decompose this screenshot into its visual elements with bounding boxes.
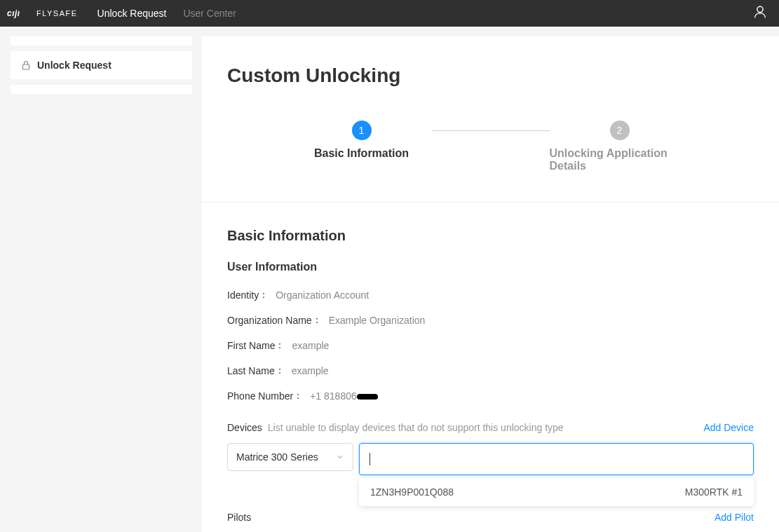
info-label: Identity — [227, 289, 259, 301]
device-dropdown: 1ZN3H9P001Q088 M300RTK #1 — [359, 478, 754, 506]
device-serial-input[interactable] — [359, 443, 754, 475]
logo-sub: FLYSAFE — [36, 9, 78, 18]
add-pilot-link[interactable]: Add Pilot — [714, 512, 754, 523]
chevron-down-icon — [336, 453, 344, 461]
device-dropdown-item[interactable]: 1ZN3H9P001Q088 M300RTK #1 — [359, 478, 754, 506]
dji-logo-icon: cıjı — [7, 8, 32, 19]
devices-header-left: Devices List unable to display devices t… — [227, 422, 564, 433]
top-header: cıjı FLYSAFE Unlock Request User Center — [0, 0, 779, 27]
colon: ： — [275, 339, 285, 352]
svg-rect-2 — [23, 64, 29, 69]
sidebar: Unlock Request — [0, 36, 192, 532]
logo[interactable]: cıjı FLYSAFE — [7, 8, 78, 19]
step-2: 2 Unlocking Application Details — [550, 121, 690, 172]
colon: ： — [275, 364, 285, 377]
step-1: 1 Basic Information — [292, 121, 432, 160]
colon: ： — [312, 314, 322, 327]
phone-mask — [357, 394, 378, 400]
nav-user-center[interactable]: User Center — [183, 8, 236, 19]
info-label: Last Name — [227, 365, 275, 376]
device-series-value: Matrice 300 Series — [236, 451, 318, 463]
devices-hint: List unable to display devices that do n… — [268, 422, 564, 433]
svg-point-1 — [757, 6, 763, 12]
info-row-org-name: Organization Name ： Example Organization — [227, 314, 754, 327]
nav-links: Unlock Request User Center — [97, 8, 236, 19]
pilots-label: Pilots — [227, 512, 251, 523]
info-value: Example Organization — [329, 315, 426, 326]
device-series-select[interactable]: Matrice 300 Series — [227, 443, 353, 471]
info-label: Phone Number — [227, 390, 293, 402]
svg-text:cıjı: cıjı — [7, 8, 20, 18]
info-value: example — [292, 340, 329, 351]
lock-icon — [22, 60, 30, 70]
info-label: Organization Name — [227, 315, 312, 326]
main-content: Custom Unlocking 1 Basic Information 2 U… — [202, 36, 779, 532]
info-value: example — [292, 365, 329, 376]
step-1-label: Basic Information — [314, 147, 409, 160]
sidebar-item-unlock-request[interactable]: Unlock Request — [11, 51, 192, 79]
pilots-header-left: Pilots — [227, 512, 251, 523]
step-1-circle: 1 — [352, 121, 372, 140]
info-value: Organization Account — [276, 289, 369, 301]
pilots-header: Pilots Add Pilot — [227, 512, 754, 523]
colon: ： — [293, 390, 303, 402]
colon: ： — [259, 289, 269, 301]
info-row-last-name: Last Name ： example — [227, 364, 754, 377]
text-cursor — [370, 453, 370, 465]
stepper: 1 Basic Information 2 Unlocking Applicat… — [227, 121, 754, 172]
nav-unlock-request[interactable]: Unlock Request — [97, 8, 167, 19]
phone-prefix: +1 818806 — [310, 390, 357, 402]
section-title: Basic Information — [227, 228, 754, 244]
pilots-section: Pilots Add Pilot — [227, 512, 754, 532]
info-value: +1 818806 — [310, 390, 378, 402]
device-model: M300RTK #1 — [685, 486, 743, 498]
user-info-title: User Information — [227, 261, 754, 273]
page-title: Custom Unlocking — [227, 64, 754, 87]
step-2-circle: 2 — [610, 121, 630, 140]
step-line — [432, 130, 550, 131]
devices-label: Devices — [227, 422, 262, 433]
body-container: Unlock Request Custom Unlocking 1 Basic … — [0, 27, 779, 532]
sidebar-block-top — [11, 36, 192, 46]
step-2-label: Unlocking Application Details — [550, 147, 690, 172]
info-row-first-name: First Name ： example — [227, 339, 754, 352]
info-row-identity: Identity ： Organization Account — [227, 289, 754, 301]
add-device-link[interactable]: Add Device — [703, 422, 754, 433]
device-serial: 1ZN3H9P001Q088 — [370, 486, 454, 498]
info-row-phone: Phone Number ： +1 818806 — [227, 390, 754, 402]
devices-row: Matrice 300 Series 1ZN3H9P001Q088 M300RT… — [227, 443, 754, 475]
info-label: First Name — [227, 340, 275, 351]
sidebar-block-bottom — [11, 85, 192, 94]
devices-header: Devices List unable to display devices t… — [227, 422, 754, 433]
sidebar-item-label: Unlock Request — [37, 60, 111, 71]
section-divider — [202, 202, 779, 203]
header-left: cıjı FLYSAFE Unlock Request User Center — [7, 8, 236, 19]
user-icon[interactable] — [752, 4, 768, 22]
